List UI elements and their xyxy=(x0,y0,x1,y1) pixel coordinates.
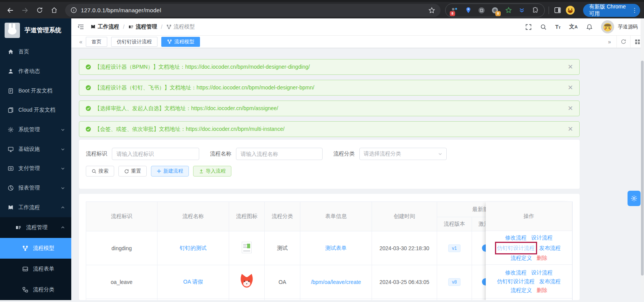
sidebar-item-process-category[interactable]: 流程分类 xyxy=(0,279,71,300)
close-icon[interactable]: ✕ xyxy=(568,105,573,112)
search-icon xyxy=(92,169,97,174)
create-process-button[interactable]: 新建流程 xyxy=(151,166,189,177)
bell-icon[interactable] xyxy=(586,24,593,30)
process-name-input[interactable] xyxy=(236,148,323,160)
user-avatar[interactable] xyxy=(601,20,614,33)
import-process-button[interactable]: 导入流程 xyxy=(193,166,231,177)
puzzle-extensions-icon[interactable] xyxy=(531,6,539,15)
extension-icon-1[interactable]: 8 xyxy=(451,6,459,15)
profile-avatar-icon[interactable] xyxy=(566,6,575,15)
col-created-time: 创建时间 xyxy=(372,202,437,231)
home-icon-browser[interactable] xyxy=(49,5,59,15)
site-info-icon[interactable] xyxy=(70,7,77,13)
chrome-update-button[interactable]: 有新版 Chrome 可用 ⋮ xyxy=(583,4,640,17)
close-icon[interactable]: ✕ xyxy=(568,84,573,91)
design-process-link[interactable]: 设计流程 xyxy=(531,234,553,242)
dingding-design-link[interactable]: 仿钉钉设计流程 xyxy=(497,244,535,252)
logo-avatar xyxy=(5,23,20,38)
locale-icon[interactable]: 文A xyxy=(569,23,578,30)
extension-icon-2[interactable] xyxy=(464,6,472,15)
form-info-link[interactable]: /bpm/oa/leave/create xyxy=(311,279,361,285)
reload-icon[interactable] xyxy=(34,5,44,15)
process-definition-link[interactable]: 流程定义 xyxy=(511,286,532,294)
sidebar-item-system[interactable]: 系统管理 xyxy=(0,120,71,140)
operations-fixed-column: 操作 修改流程 设计流程 仿钉钉设计流程 发布流程 流程定义 xyxy=(486,201,572,300)
sidebar-item-home[interactable]: 首页 xyxy=(0,42,71,62)
col-process-icon: 流程图标 xyxy=(229,202,265,231)
browser-menu-icon[interactable]: ⋮ xyxy=(631,7,638,14)
back-icon[interactable] xyxy=(5,5,15,15)
sidebar-item-process-model[interactable]: 流程模型 xyxy=(0,238,71,259)
close-icon[interactable]: ✕ xyxy=(568,126,573,132)
forward-icon[interactable] xyxy=(20,5,30,15)
publish-process-link[interactable]: 发布流程 xyxy=(539,277,561,285)
side-panel-icon[interactable] xyxy=(553,5,563,15)
url-text[interactable]: 127.0.0.1/bpm/manager/model xyxy=(81,7,161,13)
process-definition-link[interactable]: 流程定义 xyxy=(511,254,532,262)
success-icon xyxy=(85,64,91,70)
delete-link[interactable]: 删除 xyxy=(537,254,547,262)
username[interactable]: 芋道源码 xyxy=(618,23,638,30)
pie-chart-icon xyxy=(8,185,14,191)
version-badge: v8 xyxy=(448,278,461,286)
gear-icon xyxy=(8,127,14,133)
document-icon xyxy=(8,88,14,94)
process-category-select[interactable]: 请选择流程分类 xyxy=(359,148,447,160)
page-scrollbar[interactable] xyxy=(641,18,644,300)
sidebar: 芋道管理系统 首页 作者动态 Boot 开发文档 Cloud 开发文档 系统管理… xyxy=(0,18,71,300)
close-icon[interactable]: ✕ xyxy=(568,64,573,70)
tab-home[interactable]: 首页 xyxy=(86,37,107,47)
sidebar-item-boot-docs[interactable]: Boot 开发文档 xyxy=(0,81,71,101)
doc-link[interactable]: https://doc.iocoder.cn/bpm/assignee/ xyxy=(191,105,278,111)
process-name-link[interactable]: 钉钉的测试 xyxy=(180,245,206,251)
process-name-link[interactable]: OA 请假 xyxy=(183,279,203,285)
sidebar-item-cloud-docs[interactable]: Cloud 开发文档 xyxy=(0,101,71,120)
refresh-tab-icon[interactable] xyxy=(616,36,630,48)
gear-icon xyxy=(631,195,637,202)
edit-process-link[interactable]: 修改流程 xyxy=(505,234,527,242)
sidebar-item-report[interactable]: 报表管理 xyxy=(0,178,71,198)
edit-process-link[interactable]: 修改流程 xyxy=(505,269,527,277)
chevron-down-icon xyxy=(61,166,65,171)
doc-link[interactable]: https://doc.iocoder.cn/bpm/model-designe… xyxy=(185,64,310,70)
sidebar-item-process-form[interactable]: 流程表单 xyxy=(0,259,71,279)
fullscreen-icon[interactable] xyxy=(525,24,532,30)
sidebar-item-infra[interactable]: 基础设施 xyxy=(0,139,71,159)
sidebar-item-process-mgmt[interactable]: 流程管理 xyxy=(0,217,71,238)
documents-icon xyxy=(8,107,14,113)
tabs-scroll-left-icon[interactable]: « xyxy=(76,38,86,45)
process-model-icon xyxy=(166,24,172,30)
search-button[interactable]: 搜索 xyxy=(86,166,114,177)
delete-link[interactable]: 删除 xyxy=(537,286,547,294)
reset-button[interactable]: 重置 xyxy=(118,166,147,177)
doc-link[interactable]: https://doc.iocoder.cn/bpm/model-designe… xyxy=(197,84,314,91)
bookmark-star-icon[interactable] xyxy=(428,7,435,14)
sidebar-item-workflow[interactable]: 工作流程 xyxy=(0,198,71,217)
form-info-link[interactable]: 测试表单 xyxy=(325,245,347,251)
address-bar[interactable]: 127.0.0.1/bpm/manager/model xyxy=(65,4,441,17)
collapse-menu-icon[interactable] xyxy=(77,23,84,30)
sidebar-item-payment[interactable]: 支付管理 xyxy=(0,159,71,178)
extension-icon-4[interactable]: 8 xyxy=(491,6,499,15)
breadcrumb-workflow[interactable]: 工作流程 xyxy=(90,23,119,30)
doc-link[interactable]: https://doc.iocoder.cn/bpm/multi-instanc… xyxy=(186,126,285,132)
tab-dingding-design[interactable]: 仿钉钉设计流程 xyxy=(111,37,157,47)
scrollbar-thumb[interactable] xyxy=(641,61,644,276)
search-icon[interactable] xyxy=(540,24,547,30)
design-process-link[interactable]: 设计流程 xyxy=(531,269,553,277)
font-size-icon[interactable]: Tт xyxy=(555,24,560,30)
dingding-design-link[interactable]: 仿钉钉设计流程 xyxy=(497,277,535,285)
extension-icon-3[interactable] xyxy=(477,6,486,15)
extensions-group: 8 8 xyxy=(445,3,545,17)
publish-process-link[interactable]: 发布流程 xyxy=(539,244,561,252)
tab-process-model[interactable]: 流程模型 xyxy=(161,37,200,47)
extension-icon-5[interactable] xyxy=(504,6,513,15)
theme-settings-button[interactable] xyxy=(628,191,641,206)
extension-badge-orange: 8 xyxy=(495,11,501,16)
breadcrumb-process-mgmt[interactable]: 流程管理 xyxy=(128,23,157,30)
process-id-input[interactable] xyxy=(112,148,199,160)
extension-icon-6[interactable] xyxy=(518,6,526,15)
sidebar-item-author[interactable]: 作者动态 xyxy=(0,62,71,81)
success-icon xyxy=(85,126,91,132)
tabs-scroll-right-icon[interactable]: » xyxy=(603,36,616,48)
